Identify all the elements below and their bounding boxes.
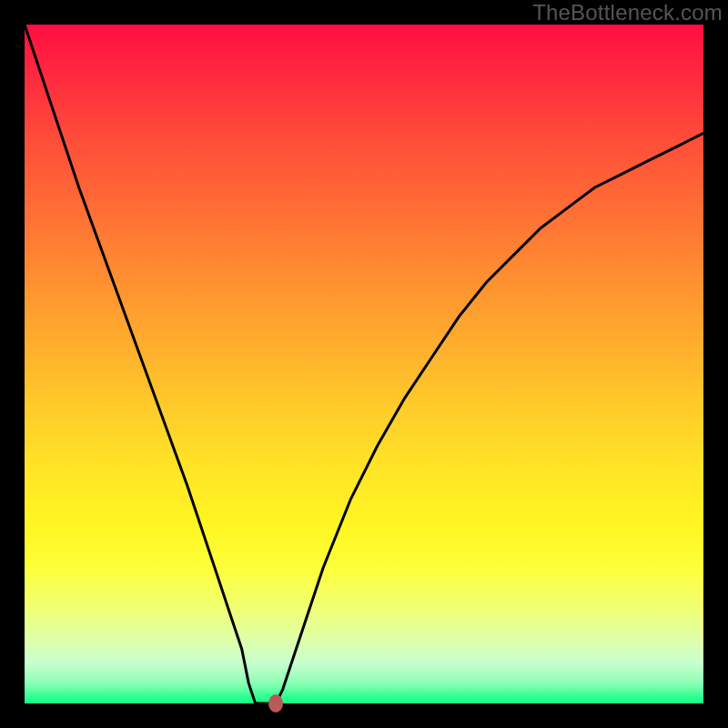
bottleneck-curve: [25, 25, 703, 703]
plot-area: [25, 25, 703, 703]
watermark-text: TheBottleneck.com: [532, 0, 723, 25]
chart-frame: TheBottleneck.com: [0, 0, 728, 728]
minimum-marker: [268, 694, 283, 713]
